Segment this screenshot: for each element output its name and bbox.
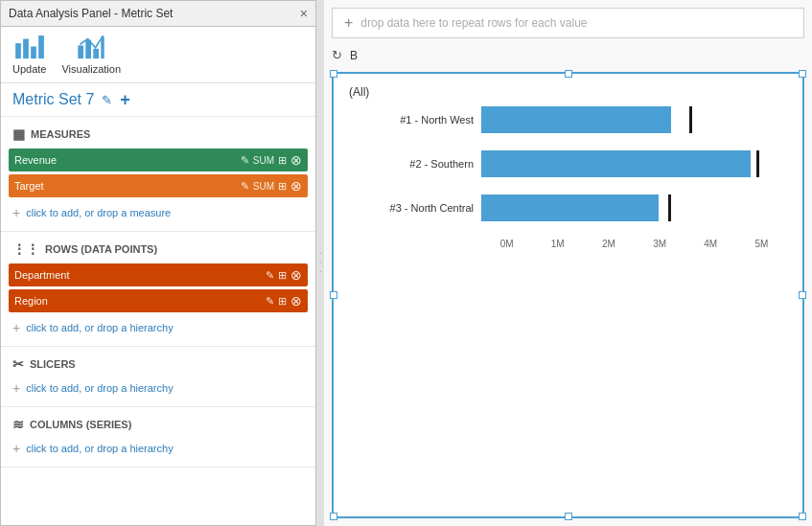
target-actions: ✎ SUM ⊞ ⊗ (241, 178, 302, 194)
b-row: ↻ B (332, 44, 804, 66)
department-label: Department (14, 269, 262, 281)
close-button[interactable]: × (300, 7, 308, 20)
svg-rect-2 (31, 47, 36, 59)
rows-section: ⋮⋮ ROWS (DATA POINTS) Department ✎ ⊞ ⊗ R… (1, 232, 315, 347)
drop-zone-hint: drop data here to repeat rows for each v… (360, 16, 587, 30)
edit-icon[interactable]: ✎ (102, 93, 112, 107)
drop-zone-row[interactable]: + drop data here to repeat rows for each… (332, 8, 804, 38)
x-label-3: 3M (635, 239, 685, 249)
b-icon: ↻ (332, 48, 342, 62)
x-axis: 0M 1M 2M 3M 4M 5M (481, 239, 787, 249)
columns-label: COLUMNS (SERIES) (30, 419, 131, 430)
department-actions: ✎ ⊞ ⊗ (266, 267, 302, 283)
add-metric-set-button[interactable]: + (120, 91, 130, 108)
add-row-row: + click to add, or drop a hierarchy (1, 315, 315, 340)
metric-set-header: Metric Set 7 ✎ + (1, 83, 315, 117)
handle-bl[interactable] (330, 513, 337, 520)
add-row-plus-icon[interactable]: + (12, 320, 20, 335)
bar-group-3: #3 - North Central (349, 194, 787, 221)
resize-handle[interactable]: · · · (316, 0, 324, 526)
measures-label: MEASURES (31, 128, 90, 140)
bar-group-2: #2 - Southern (349, 150, 787, 177)
region-row: Region ✎ ⊞ ⊗ (9, 289, 308, 312)
region-edit-icon[interactable]: ✎ (266, 295, 274, 308)
add-slicer-plus-icon[interactable]: + (12, 380, 20, 396)
x-label-4: 4M (685, 239, 736, 249)
bar-track-3 (481, 194, 787, 221)
handle-br[interactable] (799, 513, 806, 520)
revenue-filter-icon[interactable]: ⊞ (278, 154, 287, 167)
rows-icon: ⋮⋮ (12, 241, 39, 257)
handle-tr[interactable] (799, 70, 806, 78)
visualization-label: Visualization (61, 63, 121, 75)
handle-ml[interactable] (330, 291, 337, 299)
x-label-0: 0M (481, 239, 532, 249)
svg-rect-4 (79, 46, 84, 59)
revenue-actions: ✎ SUM ⊞ ⊗ (241, 152, 302, 168)
department-remove-icon[interactable]: ⊗ (290, 267, 302, 283)
revenue-row: Revenue ✎ SUM ⊞ ⊗ (9, 149, 308, 172)
add-measure-row: + click to add, or drop a measure (1, 200, 315, 225)
slicers-header: ✂ SLICERS (1, 353, 315, 376)
slicers-label: SLICERS (30, 358, 76, 370)
target-remove-icon[interactable]: ⊗ (290, 178, 302, 194)
x-label-1: 1M (532, 239, 583, 249)
bar-target-1 (689, 106, 692, 133)
bar-fill-3 (481, 194, 659, 221)
update-button[interactable]: Update (12, 34, 46, 75)
bar-target-3 (668, 194, 671, 221)
revenue-label: Revenue (14, 154, 237, 166)
handle-tl[interactable] (330, 70, 337, 78)
region-remove-icon[interactable]: ⊗ (290, 293, 302, 309)
bar-fill-1 (481, 106, 671, 133)
department-edit-icon[interactable]: ✎ (266, 269, 274, 282)
add-slicer-hint[interactable]: click to add, or drop a hierarchy (26, 382, 173, 394)
department-filter-icon[interactable]: ⊞ (278, 269, 287, 282)
add-column-hint[interactable]: click to add, or drop a hierarchy (26, 443, 173, 454)
visualization-button[interactable]: Visualization (61, 34, 121, 75)
panel-title: Data Analysis Panel - Metric Set (9, 7, 173, 20)
slicers-section: ✂ SLICERS + click to add, or drop a hier… (1, 347, 315, 407)
bar-label-3: #3 - North Central (349, 202, 474, 214)
target-filter-icon[interactable]: ⊞ (278, 180, 287, 193)
visualization-icon (76, 34, 106, 61)
revenue-remove-icon[interactable]: ⊗ (290, 152, 302, 168)
bar-label-1: #1 - North West (349, 114, 474, 126)
revenue-agg-label: SUM (253, 155, 274, 166)
x-label-2: 2M (583, 239, 634, 249)
region-filter-icon[interactable]: ⊞ (278, 295, 287, 308)
right-panel: + drop data here to repeat rows for each… (324, 0, 812, 526)
revenue-edit-icon[interactable]: ✎ (241, 154, 249, 167)
panel-toolbar: Update Visualization (1, 27, 315, 83)
bar-group-1: #1 - North West (349, 106, 787, 133)
region-actions: ✎ ⊞ ⊗ (266, 293, 302, 309)
columns-icon: ≋ (12, 417, 24, 432)
target-row: Target ✎ SUM ⊞ ⊗ (9, 174, 308, 197)
handle-bm[interactable] (565, 513, 572, 520)
b-label: B (350, 49, 358, 62)
target-edit-icon[interactable]: ✎ (241, 180, 249, 193)
add-row-hint[interactable]: click to add, or drop a hierarchy (26, 322, 173, 333)
bar-track-1 (481, 106, 787, 133)
bar-label-2: #2 - Southern (349, 158, 474, 170)
chart-area: #1 - North West #2 - Southern #3 - North… (349, 106, 787, 470)
add-measure-plus-icon[interactable]: + (12, 205, 20, 220)
svg-rect-0 (15, 43, 21, 58)
update-icon (14, 34, 45, 61)
bar-fill-2 (481, 150, 751, 177)
add-measure-hint[interactable]: click to add, or drop a measure (26, 207, 171, 218)
handle-mr[interactable] (799, 291, 806, 299)
add-column-plus-icon[interactable]: + (12, 441, 20, 456)
region-label: Region (14, 295, 262, 307)
handle-tm[interactable] (565, 70, 572, 78)
rows-label: ROWS (DATA POINTS) (45, 243, 157, 255)
measures-section: ▦ MEASURES Revenue ✎ SUM ⊞ ⊗ Target ✎ SU… (1, 117, 315, 232)
svg-rect-1 (23, 39, 29, 59)
left-panel: Data Analysis Panel - Metric Set × Updat… (0, 0, 316, 526)
svg-rect-6 (94, 49, 100, 58)
add-column-row: + click to add, or drop a hierarchy (1, 436, 315, 461)
slicers-icon: ✂ (12, 356, 24, 372)
add-slicer-row: + click to add, or drop a hierarchy (1, 376, 315, 400)
drop-zone-plus-icon[interactable]: + (344, 14, 353, 32)
svg-rect-3 (38, 35, 44, 58)
